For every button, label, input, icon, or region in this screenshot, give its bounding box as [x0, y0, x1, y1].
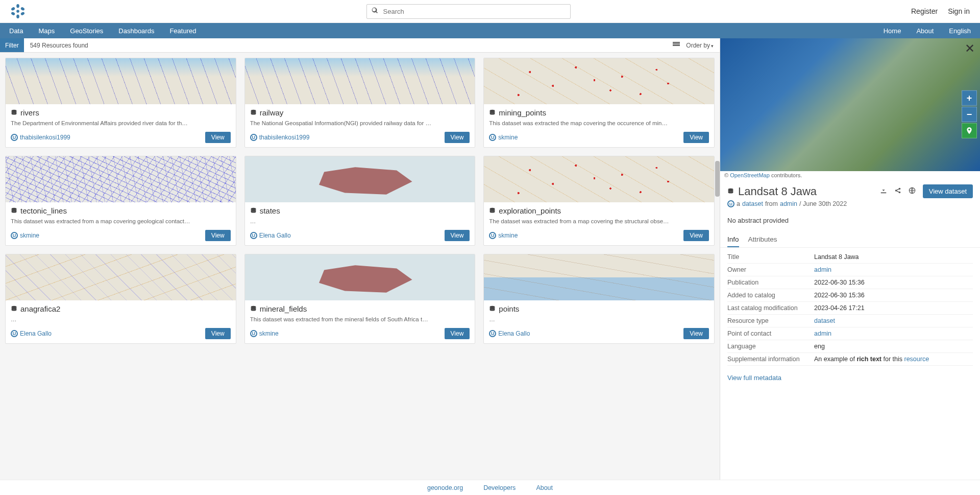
- map-preview[interactable]: + −: [720, 38, 980, 171]
- view-button[interactable]: View: [683, 230, 709, 241]
- meta-link[interactable]: dataset: [814, 317, 835, 324]
- view-button[interactable]: View: [445, 328, 470, 339]
- nav-data[interactable]: Data: [9, 27, 23, 35]
- dataset-icon: [11, 304, 17, 313]
- card-author[interactable]: Uskmine: [489, 134, 518, 141]
- dataset-icon: [250, 304, 257, 313]
- admin-link[interactable]: admin: [780, 200, 797, 207]
- download-icon[interactable]: [880, 187, 887, 196]
- view-button[interactable]: View: [683, 132, 709, 143]
- svg-point-4: [20, 7, 25, 11]
- meta-key: Point of contact: [727, 330, 814, 337]
- nav-geostories[interactable]: GeoStories: [70, 27, 103, 35]
- scrollbar-handle[interactable]: [715, 161, 720, 197]
- detailpane: ✕ + − © OpenStreetMap contributors. Land…: [720, 38, 980, 480]
- svg-point-1: [16, 4, 19, 8]
- view-button[interactable]: View: [205, 132, 231, 143]
- navbar: DataMapsGeoStoriesDashboardsFeatured Hom…: [0, 23, 980, 38]
- search-wrap: [366, 4, 571, 19]
- resource-card[interactable]: mineral_fieldsThis dataset was extracted…: [244, 254, 476, 344]
- register-link[interactable]: Register: [911, 7, 938, 15]
- meta-value: admin: [814, 266, 973, 273]
- meta-row: Point of contactadmin: [727, 327, 973, 340]
- view-button[interactable]: View: [205, 230, 231, 241]
- nav-home[interactable]: Home: [884, 27, 901, 35]
- view-full-metadata-link[interactable]: View full metadata: [727, 374, 781, 382]
- search-input[interactable]: [366, 4, 571, 19]
- user-icon: U: [489, 134, 496, 141]
- resource-card[interactable]: tectonic_linesThis dataset was extracted…: [5, 156, 236, 246]
- view-button[interactable]: View: [445, 230, 470, 241]
- meta-link[interactable]: admin: [814, 266, 831, 273]
- close-icon[interactable]: ✕: [965, 41, 975, 56]
- osm-link[interactable]: OpenStreetMap: [730, 172, 770, 178]
- dataset-icon: [489, 304, 496, 313]
- svg-point-14: [251, 306, 256, 308]
- card-author[interactable]: Uthabisilenkosi1999: [250, 134, 310, 141]
- list-view-icon[interactable]: [673, 42, 680, 49]
- orderby-button[interactable]: Order by▾: [686, 42, 714, 49]
- resource-card[interactable]: railwayThe National Geospatial Informati…: [244, 58, 476, 148]
- meta-link[interactable]: resource: [904, 356, 929, 363]
- resource-card[interactable]: points…UElena GalloView: [483, 254, 715, 344]
- resource-card[interactable]: exploration_pointsThe dataset was extrac…: [483, 156, 715, 246]
- footer-geonode[interactable]: geonode.org: [427, 484, 463, 491]
- dataset-icon: [489, 206, 496, 215]
- nav-about[interactable]: About: [916, 27, 934, 35]
- locate-button[interactable]: [962, 123, 977, 138]
- signin-link[interactable]: Sign in: [948, 7, 970, 15]
- resource-card[interactable]: anagrafica2…UElena GalloView: [5, 254, 236, 344]
- view-button[interactable]: View: [683, 328, 709, 339]
- resource-card[interactable]: states…UElena GalloView: [244, 156, 476, 246]
- meta-value: dataset: [814, 317, 973, 324]
- zoom-in-button[interactable]: +: [962, 90, 977, 106]
- zoom-out-button[interactable]: −: [962, 107, 977, 122]
- svg-point-5: [11, 11, 15, 16]
- resource-card[interactable]: mining_pointsThis dataset was extracted …: [483, 58, 715, 148]
- nav-maps[interactable]: Maps: [38, 27, 55, 35]
- filter-button[interactable]: Filter: [0, 38, 24, 52]
- card-author[interactable]: UElena Gallo: [250, 232, 291, 239]
- svg-point-10: [12, 208, 17, 209]
- card-title: exploration_points: [489, 206, 709, 215]
- user-icon: U: [489, 232, 496, 239]
- logo[interactable]: [10, 4, 26, 19]
- resource-count: 549 Resources found: [24, 42, 94, 49]
- user-icon: U: [489, 330, 496, 337]
- footer-developers[interactable]: Developers: [483, 484, 516, 491]
- nav-dashboards[interactable]: Dashboards: [118, 27, 154, 35]
- dataset-icon: [250, 108, 257, 117]
- globe-icon[interactable]: [909, 187, 916, 196]
- resource-card[interactable]: riversThe Department of Environmental Af…: [5, 58, 236, 148]
- view-button[interactable]: View: [205, 328, 231, 339]
- card-author[interactable]: UElena Gallo: [489, 330, 530, 337]
- footer-about[interactable]: About: [536, 484, 553, 491]
- svg-point-3: [11, 7, 15, 11]
- dataset-type-link[interactable]: dataset: [742, 200, 763, 207]
- card-author[interactable]: UElena Gallo: [11, 330, 52, 337]
- share-icon[interactable]: [894, 187, 901, 196]
- orderby: Order by▾: [673, 42, 720, 49]
- tab-info[interactable]: Info: [727, 232, 739, 247]
- metadata: TitleLandsat 8 JawaOwneradminPublication…: [720, 248, 980, 369]
- card-thumb: [484, 254, 714, 300]
- card-author[interactable]: Uskmine: [11, 232, 39, 239]
- card-thumb: [245, 58, 475, 104]
- meta-row: Owneradmin: [727, 264, 973, 276]
- meta-key: Added to catalog: [727, 292, 814, 299]
- view-button[interactable]: View: [445, 132, 470, 143]
- card-author[interactable]: Uskmine: [489, 232, 518, 239]
- view-dataset-button[interactable]: View dataset: [923, 184, 973, 198]
- tab-attributes[interactable]: Attributes: [748, 232, 777, 247]
- search-icon: [372, 7, 378, 15]
- user-icon: U: [727, 200, 734, 207]
- card-author[interactable]: Uskmine: [250, 330, 279, 337]
- meta-link[interactable]: admin: [814, 330, 831, 337]
- nav-english[interactable]: English: [949, 27, 971, 35]
- nav-featured[interactable]: Featured: [169, 27, 196, 35]
- footer: geonode.org Developers About: [0, 480, 980, 495]
- user-icon: U: [250, 330, 257, 337]
- svg-point-15: [490, 306, 495, 308]
- meta-key: Last catalog modification: [727, 304, 814, 312]
- card-author[interactable]: Uthabisilenkosi1999: [11, 134, 70, 141]
